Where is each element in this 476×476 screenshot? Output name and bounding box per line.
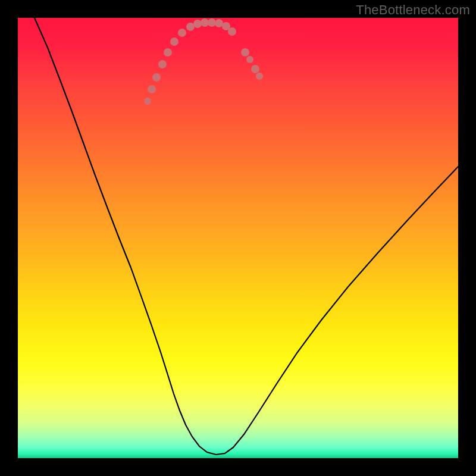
watermark-text: TheBottleneck.com: [356, 2, 470, 18]
chart-stage: TheBottleneck.com: [0, 0, 476, 476]
marker-group: [144, 18, 263, 105]
data-marker: [228, 27, 236, 36]
data-marker: [215, 19, 223, 27]
data-marker: [148, 85, 156, 93]
data-marker: [251, 65, 259, 73]
data-marker: [164, 48, 172, 57]
data-marker: [152, 73, 161, 82]
data-marker: [186, 23, 195, 31]
bottleneck-curve: [35, 18, 458, 455]
data-marker: [208, 18, 216, 27]
data-marker: [178, 29, 186, 37]
data-marker: [170, 37, 178, 46]
data-marker: [246, 56, 253, 63]
data-marker: [256, 73, 263, 80]
data-marker: [241, 48, 249, 57]
data-marker: [158, 60, 167, 68]
data-marker: [193, 20, 202, 28]
chart-svg: [18, 18, 458, 458]
data-marker: [201, 18, 209, 27]
data-marker: [144, 98, 151, 105]
plot-area: [18, 18, 458, 458]
